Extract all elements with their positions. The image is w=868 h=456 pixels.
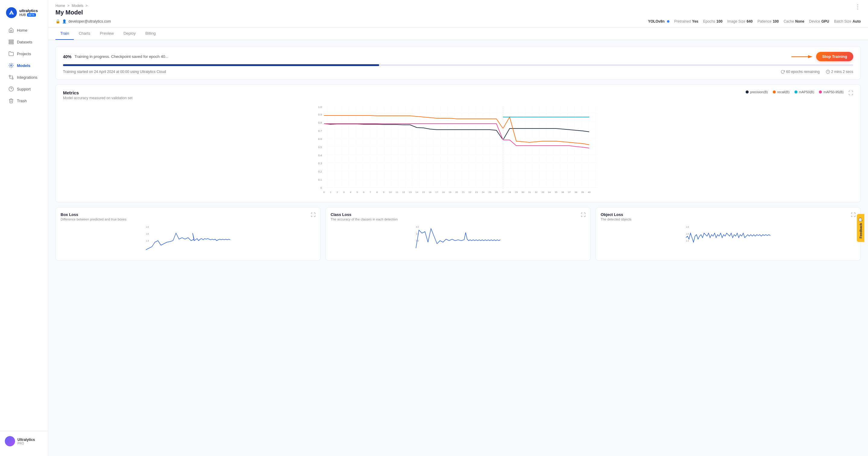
precision-dot — [746, 90, 749, 93]
sidebar-label-integrations: Integrations — [17, 75, 37, 80]
legend-map50: mAP50(B) — [795, 90, 814, 94]
object-loss-card: Object Loss The detected objects ⛶ 1.8 1… — [595, 207, 861, 261]
breadcrumb: Home > Models > — [56, 4, 89, 8]
user-icon: 👤 — [62, 19, 67, 24]
class-loss-title: Class Loss — [331, 212, 398, 217]
svg-text:0.7: 0.7 — [318, 130, 322, 133]
box-loss-card: Box Loss Difference between predicted an… — [56, 207, 321, 261]
svg-text:7: 7 — [370, 191, 371, 194]
svg-rect-3 — [9, 43, 13, 44]
svg-rect-2 — [9, 41, 13, 42]
object-loss-title: Object Loss — [601, 212, 631, 217]
svg-text:1.8: 1.8 — [686, 226, 689, 228]
expand-metrics-button[interactable]: ⛶ — [848, 90, 853, 96]
tab-charts[interactable]: Charts — [74, 27, 95, 40]
svg-text:40: 40 — [588, 191, 591, 194]
svg-point-4 — [10, 65, 12, 66]
training-card: 40% Training in progress. Checkpoint sav… — [56, 46, 861, 80]
feedback-button[interactable]: Feedback 💬 — [857, 214, 864, 242]
sidebar-label-trash: Trash — [17, 98, 27, 103]
logo-text: ultralytics — [19, 9, 38, 13]
svg-text:22: 22 — [469, 191, 471, 194]
map50-95-dot — [819, 90, 822, 93]
arrow-indicator — [792, 54, 812, 59]
svg-text:4: 4 — [350, 191, 351, 194]
topbar: Home > Models > My Model ⋮ 🔒 👤 developer… — [48, 0, 868, 27]
lock-icon: 🔒 — [56, 19, 60, 24]
sidebar-item-datasets[interactable]: Datasets — [2, 36, 45, 48]
projects-icon — [8, 51, 14, 56]
svg-text:25: 25 — [489, 191, 491, 194]
device-meta: Device GPU — [809, 19, 830, 24]
epochs-remaining: 60 epochs remaining — [781, 70, 819, 74]
svg-text:3.5: 3.5 — [416, 233, 419, 235]
cache-meta: Cache None — [784, 19, 804, 24]
sidebar-label-projects: Projects — [17, 52, 31, 56]
svg-text:26: 26 — [495, 191, 498, 194]
svg-text:4.0: 4.0 — [416, 226, 419, 228]
avatar — [5, 436, 15, 446]
svg-text:9: 9 — [383, 191, 384, 194]
svg-text:3.0: 3.0 — [416, 240, 419, 242]
expand-box-loss-button[interactable]: ⛶ — [311, 212, 315, 218]
object-loss-subtitle: The detected objects — [601, 218, 631, 221]
batch-size-meta: Batch Size Auto — [834, 19, 861, 24]
svg-text:0.3: 0.3 — [318, 162, 322, 165]
svg-text:5: 5 — [356, 191, 358, 194]
progress-bar-fill — [63, 64, 379, 66]
svg-text:1: 1 — [330, 191, 332, 194]
logo: ultralytics HUB BETA — [0, 5, 48, 24]
sidebar-item-models[interactable]: Models — [2, 60, 45, 71]
svg-text:20: 20 — [456, 191, 458, 194]
sidebar-item-support[interactable]: Support — [2, 83, 45, 95]
metrics-chart-area: 0 0.1 0.2 0.3 0.4 0.5 0.6 0.7 0.8 0.9 1.… — [63, 105, 853, 197]
svg-text:31: 31 — [528, 191, 531, 194]
svg-text:0: 0 — [320, 187, 322, 190]
expand-object-loss-button[interactable]: ⛶ — [851, 212, 856, 218]
trash-icon — [8, 98, 14, 104]
svg-text:16: 16 — [429, 191, 432, 194]
class-loss-svg: 4.0 3.5 3.0 — [331, 224, 586, 254]
svg-text:10: 10 — [389, 191, 392, 194]
map50-dot — [795, 90, 798, 93]
bottom-charts-row: Box Loss Difference between predicted an… — [56, 207, 861, 261]
legend-map50-95: mAP50-95(B) — [819, 90, 844, 94]
developer-email: developer@ultralytics.com — [68, 19, 111, 24]
tab-train[interactable]: Train — [56, 27, 74, 40]
sidebar-item-trash[interactable]: Trash — [2, 95, 45, 107]
breadcrumb-models[interactable]: Models — [72, 4, 84, 8]
svg-text:21: 21 — [462, 191, 465, 194]
svg-text:0.1: 0.1 — [318, 178, 322, 181]
svg-text:0.2: 0.2 — [318, 170, 322, 173]
metrics-title: Metrics — [63, 90, 133, 95]
stop-training-button[interactable]: Stop Training — [816, 52, 853, 61]
tab-billing[interactable]: Billing — [141, 27, 161, 40]
chart-legend: precision(B) recall(B) mAP50(B) mAP — [746, 90, 844, 94]
nav-list: Home Datasets Projects Models Integratio… — [0, 24, 48, 107]
metrics-card: Metrics Model accuracy measured on valid… — [56, 84, 861, 202]
box-loss-svg: 1.8 1.6 1.4 — [61, 224, 315, 254]
svg-text:35: 35 — [555, 191, 558, 194]
svg-text:17: 17 — [435, 191, 438, 194]
sidebar-item-integrations[interactable]: Integrations — [2, 72, 45, 83]
sidebar-label-support: Support — [17, 87, 31, 91]
main-content: Home > Models > My Model ⋮ 🔒 👤 developer… — [48, 0, 868, 456]
tabs: Train Charts Preview Deploy Billing — [48, 27, 868, 40]
tab-deploy[interactable]: Deploy — [119, 27, 141, 40]
user-plan: PRO — [18, 442, 35, 445]
user-name: Ultralytics — [18, 437, 35, 442]
training-header: 40% Training in progress. Checkpoint sav… — [63, 52, 853, 61]
sidebar-item-home[interactable]: Home — [2, 24, 45, 36]
user-profile[interactable]: Ultralytics PRO — [5, 436, 43, 446]
more-options-button[interactable]: ⋮ — [855, 4, 861, 10]
sidebar-item-projects[interactable]: Projects — [2, 48, 45, 59]
svg-text:24: 24 — [482, 191, 485, 194]
expand-class-loss-button[interactable]: ⛶ — [581, 212, 586, 218]
class-loss-subtitle: The accuracy of the classes in each dete… — [331, 218, 398, 221]
metrics-subtitle: Model accuracy measured on validation se… — [63, 96, 133, 100]
training-started-text: Training started on 24 April 2024 at 00:… — [63, 70, 166, 74]
tab-preview[interactable]: Preview — [95, 27, 119, 40]
training-message: Training in progress. Checkpoint saved f… — [74, 54, 168, 59]
breadcrumb-home[interactable]: Home — [56, 4, 65, 8]
box-loss-subtitle: Difference between predicted and true bo… — [61, 218, 127, 221]
